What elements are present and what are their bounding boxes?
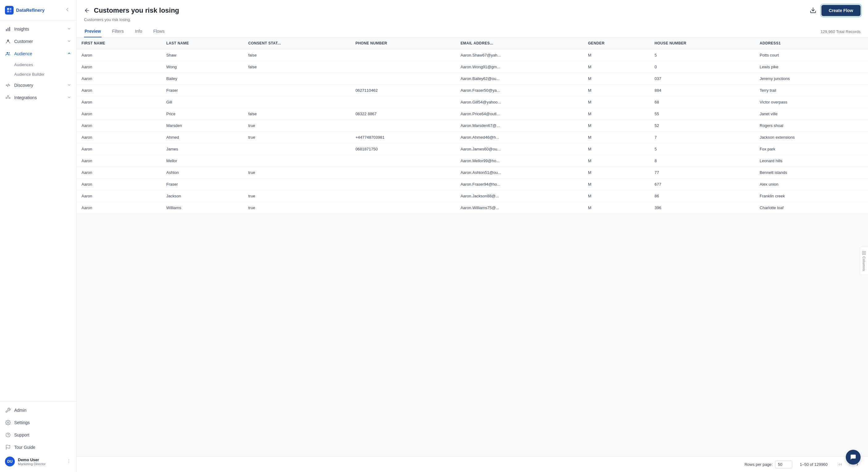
cell-house-number: 677 xyxy=(650,179,755,190)
svg-point-18 xyxy=(8,436,8,436)
gear-icon xyxy=(5,419,11,426)
discovery-label: Discovery xyxy=(14,83,64,88)
download-button[interactable] xyxy=(808,5,818,16)
svg-rect-11 xyxy=(9,97,10,98)
columns-sidebar-tab[interactable]: Columns xyxy=(860,247,868,275)
cell-gender: M xyxy=(583,61,650,73)
col-last-name[interactable]: LAST NAME xyxy=(161,37,243,50)
cell-first-name: Aaron xyxy=(76,85,161,96)
user-role: Marketing Director xyxy=(18,462,63,466)
sidebar-item-tour-guide[interactable]: Tour Guide xyxy=(0,441,76,453)
cell-last-name: Jackson xyxy=(161,190,243,202)
cell-phone-number xyxy=(350,73,456,85)
cell-last-name: Williams xyxy=(161,202,243,214)
cell-email-address: Aaron.Fraser50@ya... xyxy=(456,85,583,96)
cell-phone-number xyxy=(350,179,456,190)
cell-email-address: Aaron.Wong91@gm... xyxy=(456,61,583,73)
first-page-button[interactable]: ⏮ xyxy=(835,460,845,468)
page-title: Customers you risk losing xyxy=(94,6,179,14)
table-row: AaronJacksontrueAaron.Jackson88@...M86Fr… xyxy=(76,190,868,202)
customer-chevron-icon xyxy=(67,39,71,44)
col-email-address[interactable]: EMAIL ADDRES... xyxy=(456,37,583,50)
sidebar-item-insights[interactable]: Insights xyxy=(0,23,76,35)
sidebar-item-audience[interactable]: Audience xyxy=(0,48,76,60)
customer-label: Customer xyxy=(14,39,64,44)
cell-phone-number: 0681871750 xyxy=(350,143,456,155)
sidebar-item-settings[interactable]: Settings xyxy=(0,416,76,429)
cell-email-address: Aaron.Ashton51@ou... xyxy=(456,167,583,179)
nav-section: Insights Customer Audience xyxy=(0,20,76,401)
sidebar-item-admin[interactable]: Admin xyxy=(0,404,76,416)
table-body: AaronShawfalseAaron.Shaw67@yah...M5Potts… xyxy=(76,50,868,214)
rows-per-page-label: Rows per page: xyxy=(745,462,773,467)
sidebar: DataRefinery Insights Customer xyxy=(0,0,76,472)
cell-consent-status: true xyxy=(243,190,350,202)
tab-flows[interactable]: Flows xyxy=(153,26,165,37)
sidebar-item-discovery[interactable]: Discovery xyxy=(0,79,76,91)
sidebar-item-integrations[interactable]: Integrations xyxy=(0,91,76,104)
tab-preview[interactable]: Preview xyxy=(84,26,101,37)
col-address1[interactable]: ADDRESS1 xyxy=(755,37,868,50)
col-first-name[interactable]: FIRST NAME xyxy=(76,37,161,50)
cell-last-name: Ashton xyxy=(161,167,243,179)
cell-consent-status xyxy=(243,143,350,155)
cell-phone-number xyxy=(350,190,456,202)
total-records: 129,960 Total Records xyxy=(820,29,861,37)
sidebar-subitem-audiences[interactable]: Audiences xyxy=(14,60,76,69)
collapse-sidebar-button[interactable] xyxy=(63,5,71,14)
tab-info[interactable]: Info xyxy=(134,26,143,37)
cell-consent-status xyxy=(243,179,350,190)
create-flow-button[interactable]: Create Flow xyxy=(822,5,861,16)
svg-point-22 xyxy=(68,462,69,463)
cell-gender: M xyxy=(583,143,650,155)
wrench-icon xyxy=(5,407,11,413)
sidebar-subitem-audience-builder[interactable]: Audience Builder xyxy=(14,69,76,79)
cell-last-name: James xyxy=(161,143,243,155)
cell-last-name: Ahmed xyxy=(161,131,243,143)
tab-filters[interactable]: Filters xyxy=(112,26,124,37)
back-button[interactable] xyxy=(84,7,90,13)
cell-email-address: Aaron.Bailey62@ou... xyxy=(456,73,583,85)
user-profile[interactable]: DU Demo User Marketing Director xyxy=(0,453,76,470)
svg-rect-2 xyxy=(7,10,9,12)
svg-rect-10 xyxy=(6,97,7,98)
cell-house-number: 77 xyxy=(650,167,755,179)
pagination-info: 1–50 of 129960 xyxy=(800,462,828,467)
sidebar-item-support[interactable]: Support xyxy=(0,429,76,441)
cell-house-number: 55 xyxy=(650,108,755,120)
table-row: AaronFraserAaron.Fraser94@ho...M677Alex … xyxy=(76,179,868,190)
cell-house-number: 52 xyxy=(650,120,755,131)
rows-per-page-select[interactable]: 102550100 xyxy=(775,461,793,468)
cell-consent-status: true xyxy=(243,202,350,214)
table-row: AaronAhmedtrue+447748703981Aaron.Ahmed46… xyxy=(76,131,868,143)
cell-last-name: Bailey xyxy=(161,73,243,85)
sidebar-bottom: Admin Settings Support Tour Guide DU Dem… xyxy=(0,401,76,472)
avatar: DU xyxy=(5,456,15,467)
cell-address1: Rogers shoal xyxy=(755,120,868,131)
insights-label: Insights xyxy=(14,27,64,31)
user-menu-button[interactable] xyxy=(66,459,71,465)
sidebar-item-customer[interactable]: Customer xyxy=(0,35,76,48)
cell-phone-number: +447748703981 xyxy=(350,131,456,143)
cell-address1: Victor overpass xyxy=(755,96,868,108)
col-gender[interactable]: GENDER xyxy=(583,37,650,50)
tour-guide-label: Tour Guide xyxy=(14,445,71,450)
col-consent-status[interactable]: CONSENT STAT... xyxy=(243,37,350,50)
cell-consent-status: false xyxy=(243,61,350,73)
group-icon xyxy=(5,51,11,57)
cell-first-name: Aaron xyxy=(76,73,161,85)
svg-point-20 xyxy=(68,459,69,460)
cell-gender: M xyxy=(583,120,650,131)
cell-gender: M xyxy=(583,73,650,85)
audience-label: Audience xyxy=(14,51,64,56)
svg-point-17 xyxy=(6,433,10,437)
tabs: Preview Filters Info Flows xyxy=(84,26,165,37)
columns-tab-label: Columns xyxy=(862,256,866,271)
cell-address1: Leonard hills xyxy=(755,155,868,167)
cell-email-address: Aaron.Shaw67@yah... xyxy=(456,50,583,61)
chat-fab-button[interactable] xyxy=(846,450,861,465)
cell-first-name: Aaron xyxy=(76,155,161,167)
cell-first-name: Aaron xyxy=(76,143,161,155)
col-house-number[interactable]: HOUSE NUMBER xyxy=(650,37,755,50)
col-phone-number[interactable]: PHONE NUMBER xyxy=(350,37,456,50)
